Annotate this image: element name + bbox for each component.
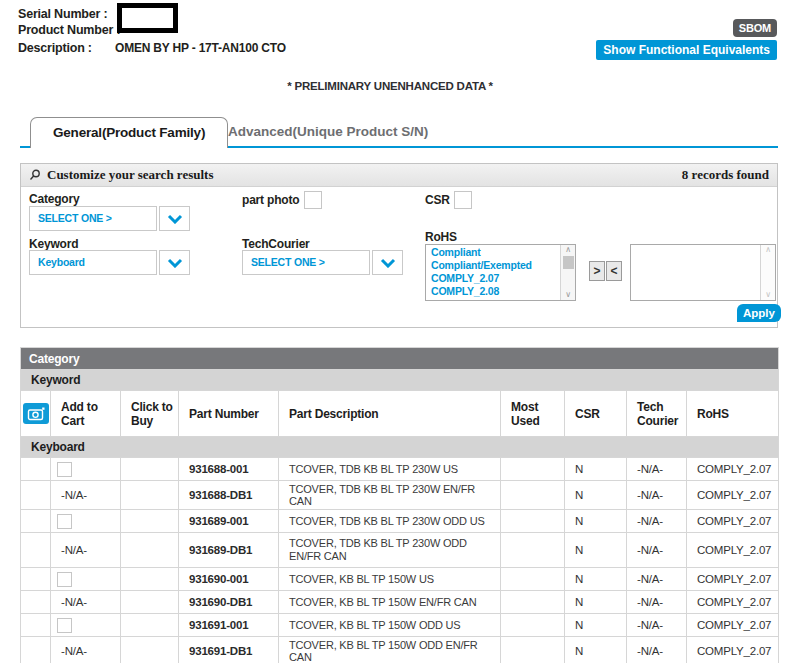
camera-icon[interactable] xyxy=(23,403,49,424)
click-to-buy-cell xyxy=(121,533,179,568)
category-select[interactable]: SELECT ONE > xyxy=(29,206,190,231)
rohs-source-listbox[interactable]: Compliant Compliant/Exempted COMPLY_2.07… xyxy=(425,244,576,301)
click-to-buy-cell xyxy=(121,481,179,510)
tech-courier-cell: -N/A- xyxy=(627,637,687,663)
product-number-label: Product Number : xyxy=(18,23,120,37)
photo-cell xyxy=(21,510,51,533)
column-header-most-used[interactable]: Most Used xyxy=(501,391,565,437)
tech-courier-cell: -N/A- xyxy=(627,568,687,591)
search-panel-title: Customize your search results xyxy=(47,167,213,183)
add-to-cart-checkbox[interactable] xyxy=(57,514,72,529)
partsurfer-page: Serial Number : Product Number : Descrip… xyxy=(0,0,800,663)
rohs-option[interactable]: COMPLY_2.08 xyxy=(426,285,560,298)
table-row: 931689-001 TCOVER, TDB KB BL TP 230W ODD… xyxy=(21,510,779,533)
move-right-button[interactable]: > xyxy=(589,261,605,281)
most-used-cell xyxy=(501,533,565,568)
tech-courier-cell: -N/A- xyxy=(627,510,687,533)
part-number[interactable]: 931691-001 xyxy=(179,614,279,637)
part-number[interactable]: 931689-001 xyxy=(179,510,279,533)
csr-checkbox[interactable] xyxy=(454,191,472,209)
column-header-part-number[interactable]: Part Number xyxy=(179,391,279,437)
rohs-scrollbar[interactable]: ∧ ∨ xyxy=(560,245,575,300)
rohs-cell: COMPLY_2.07 xyxy=(687,614,779,637)
add-to-cart-cell: -N/A- xyxy=(51,481,121,510)
add-to-cart-checkbox[interactable] xyxy=(57,572,72,587)
part-photo-checkbox[interactable] xyxy=(304,191,322,209)
click-to-buy-cell xyxy=(121,568,179,591)
group-row-keyboard: Keyboard xyxy=(21,437,779,458)
tech-courier-cell: -N/A- xyxy=(627,614,687,637)
move-left-button[interactable]: < xyxy=(606,261,622,281)
chevron-down-icon[interactable] xyxy=(159,250,190,275)
rohs-option[interactable]: Compliant xyxy=(426,246,560,259)
results-table: Category Keyword Add to Cart Click to Bu… xyxy=(20,347,779,663)
chevron-down-icon[interactable] xyxy=(159,206,190,231)
rohs-cell: COMPLY_2.07 xyxy=(687,568,779,591)
part-number[interactable]: 931689-DB1 xyxy=(179,533,279,568)
column-header-csr[interactable]: CSR xyxy=(565,391,627,437)
sbom-badge[interactable]: SBOM xyxy=(733,19,777,37)
rohs-cell: COMPLY_2.07 xyxy=(687,481,779,510)
part-number[interactable]: 931691-DB1 xyxy=(179,637,279,663)
column-header-part-description[interactable]: Part Description xyxy=(279,391,501,437)
photo-cell xyxy=(21,568,51,591)
scrollbar-thumb[interactable] xyxy=(563,256,574,269)
rohs-label: RoHS xyxy=(425,230,457,244)
add-to-cart-checkbox[interactable] xyxy=(57,618,72,633)
techcourier-select[interactable]: SELECT ONE > xyxy=(242,250,403,275)
redacted-serial-box xyxy=(117,3,178,33)
scroll-down-icon[interactable]: ∨ xyxy=(565,291,571,299)
photo-cell xyxy=(21,614,51,637)
column-header-tech-courier[interactable]: Tech Courier xyxy=(627,391,687,437)
show-functional-equivalents-button[interactable]: Show Functional Equivalents xyxy=(596,40,777,60)
table-row: 931691-001 TCOVER, KB BL TP 150W ODD US … xyxy=(21,614,779,637)
click-to-buy-cell xyxy=(121,591,179,614)
tab-advanced-unique-product-sn[interactable]: Advanced(Unique Product S/N) xyxy=(228,124,428,139)
part-description: TCOVER, TDB KB BL TP 230W EN/FR CAN xyxy=(279,481,501,510)
rohs-selected-listbox[interactable]: ∧ ∨ xyxy=(630,244,776,301)
part-description: TCOVER, TDB KB BL TP 230W ODD US xyxy=(279,510,501,533)
part-number[interactable]: 931688-DB1 xyxy=(179,481,279,510)
photo-cell xyxy=(21,533,51,568)
rohs-option[interactable]: COMPLY_2.07 xyxy=(426,272,560,285)
tech-courier-cell: -N/A- xyxy=(627,458,687,481)
csr-cell: N xyxy=(565,510,627,533)
scroll-up-icon[interactable]: ∧ xyxy=(765,246,771,254)
tech-courier-cell: -N/A- xyxy=(627,481,687,510)
records-found: 8 records found xyxy=(682,167,769,183)
table-row: 931690-001 TCOVER, KB BL TP 150W US N -N… xyxy=(21,568,779,591)
description-value: OMEN BY HP - 17T-AN100 CTO xyxy=(115,41,286,55)
csr-cell: N xyxy=(565,614,627,637)
tab-general-product-family[interactable]: General(Product Family) xyxy=(30,117,228,148)
keyword-bar: Keyword xyxy=(21,370,779,391)
column-header-rohs[interactable]: RoHS xyxy=(687,391,779,437)
category-label: Category xyxy=(29,192,79,206)
part-number[interactable]: 931690-001 xyxy=(179,568,279,591)
keyword-select[interactable]: Keyboard xyxy=(29,250,190,275)
add-to-cart-checkbox[interactable] xyxy=(57,462,72,477)
rohs-cell: COMPLY_2.07 xyxy=(687,510,779,533)
rohs-cell: COMPLY_2.07 xyxy=(687,637,779,663)
column-header-add-to-cart[interactable]: Add to Cart xyxy=(51,391,121,437)
table-row: 931688-001 TCOVER, TDB KB BL TP 230W US … xyxy=(21,458,779,481)
rohs-cell: COMPLY_2.07 xyxy=(687,458,779,481)
table-row: -N/A- 931689-DB1 TCOVER, TDB KB BL TP 23… xyxy=(21,533,779,568)
serial-number-label: Serial Number : xyxy=(18,7,107,21)
keyword-select-value: Keyboard xyxy=(29,250,157,275)
photo-cell xyxy=(21,591,51,614)
apply-button[interactable]: Apply xyxy=(737,304,781,322)
table-row: -N/A- 931690-DB1 TCOVER, KB BL TP 150W E… xyxy=(21,591,779,614)
part-number[interactable]: 931690-DB1 xyxy=(179,591,279,614)
chevron-down-icon[interactable] xyxy=(372,250,403,275)
category-select-value: SELECT ONE > xyxy=(29,206,157,231)
most-used-cell xyxy=(501,481,565,510)
click-to-buy-cell xyxy=(121,510,179,533)
column-header-click-to-buy[interactable]: Click to Buy xyxy=(121,391,179,437)
csr-cell: N xyxy=(565,637,627,663)
photo-column-header xyxy=(21,391,51,437)
scroll-up-icon[interactable]: ∧ xyxy=(565,246,571,254)
part-number[interactable]: 931688-001 xyxy=(179,458,279,481)
scroll-down-icon[interactable]: ∨ xyxy=(765,291,771,299)
rohs-selected-scrollbar[interactable]: ∧ ∨ xyxy=(760,245,775,300)
rohs-option[interactable]: Compliant/Exempted xyxy=(426,259,560,272)
